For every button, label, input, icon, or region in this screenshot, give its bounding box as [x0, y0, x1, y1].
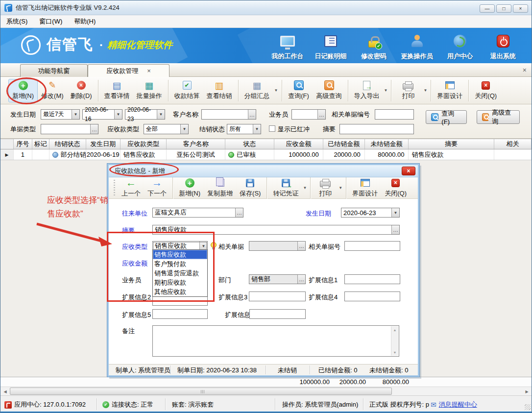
view-detail-button[interactable]: ▤ 查看详情	[101, 79, 133, 102]
ellipsis-icon[interactable]: …	[235, 208, 243, 217]
import-export-caret-icon[interactable]: ▼	[384, 88, 388, 93]
ext2-input[interactable]	[152, 296, 208, 306]
ui-design-button[interactable]: 界面设计	[434, 79, 466, 102]
ext1-input[interactable]	[344, 274, 400, 284]
add-button[interactable]: + 新增(N)	[8, 79, 38, 102]
close-tab-button[interactable]: × 关闭(Q)	[471, 79, 500, 102]
print-caret-icon[interactable]: ▼	[423, 88, 427, 93]
group-summary-caret-icon[interactable]: ▼	[274, 88, 278, 93]
dropdown-option-sales-return-refund[interactable]: 销售退货应退款	[153, 268, 207, 278]
caret-down-icon[interactable]: ▼	[157, 110, 165, 119]
table-row[interactable]: ▶ 1 部分结销 2020-06-19 销售应收款 亚拓公司测试 已审核 100…	[0, 149, 532, 160]
dept-input[interactable]: 销售部 …	[249, 274, 306, 284]
menu-system[interactable]: 系统(S)	[0, 15, 33, 28]
related-no-input[interactable]	[375, 109, 414, 120]
post-voucher-button[interactable]: → 转记凭证	[269, 178, 302, 198]
caret-down-icon[interactable]: ▼	[114, 110, 122, 119]
menu-window[interactable]: 窗口(W)	[33, 15, 68, 28]
date-from-select[interactable]: 2020-06-16 ▼	[82, 109, 122, 120]
resize-grip[interactable]	[525, 404, 531, 410]
nav-my-workbench[interactable]: 我的工作台	[266, 32, 309, 61]
ellipsis-icon[interactable]: …	[297, 242, 305, 250]
ext5-input[interactable]	[152, 309, 208, 319]
nav-change-password[interactable]: ✔ 修改密码	[352, 32, 395, 61]
caret-down-icon[interactable]: ▼	[180, 124, 188, 134]
header-seq[interactable]: 序号	[14, 139, 32, 149]
ellipsis-icon[interactable]: …	[391, 225, 399, 234]
header-related[interactable]: 相关	[494, 139, 532, 149]
menu-help[interactable]: 帮助(H)	[68, 15, 101, 28]
message-center-link[interactable]: 消息提醒中心	[439, 400, 477, 409]
dialog-ui-design-button[interactable]: 界面设计	[349, 178, 381, 198]
copy-add-button[interactable]: 复制新增	[204, 178, 236, 198]
horizontal-scrollbar[interactable]: ◀ ▶	[0, 387, 532, 395]
nav-switch-operator[interactable]: 更换操作员	[395, 32, 438, 61]
delete-button[interactable]: × 删除(D)	[67, 79, 96, 102]
scroll-left-icon[interactable]: ◀	[1, 388, 9, 395]
caret-down-icon[interactable]: ▼	[253, 124, 261, 134]
header-amount[interactable]: 应收金额	[274, 139, 323, 149]
salesman-input[interactable]: …	[291, 109, 326, 120]
note-scrollbar[interactable]: ▲ ▼	[391, 326, 398, 356]
dialog-print-caret-icon[interactable]: ▼	[339, 186, 342, 190]
date-range-select[interactable]: 最近7天 ▼	[41, 109, 80, 120]
doc-type-input[interactable]: …	[41, 124, 98, 134]
dialog-print-button[interactable]: 打印	[313, 178, 338, 198]
caret-down-icon[interactable]: ▼	[72, 110, 79, 119]
import-export-button[interactable]: → 导入导出	[351, 79, 383, 102]
view-settlement-button[interactable]: ▥ 查看结销	[203, 79, 236, 102]
batch-operation-button[interactable]: ▦ 批量操作	[133, 79, 166, 102]
dropdown-option-customer-prepay[interactable]: 客户预付款	[153, 259, 207, 268]
advanced-query-submit-button[interactable]: 高级查询	[477, 110, 520, 124]
ellipsis-icon[interactable]: …	[90, 124, 98, 134]
dropdown-option-sales-receivable[interactable]: 销售应收款	[153, 250, 207, 259]
ellipsis-icon[interactable]: …	[248, 110, 256, 119]
next-button[interactable]: → 下一个	[144, 178, 170, 198]
dlg-summary-input[interactable]: 销售应收款 …	[152, 225, 400, 235]
tab-close-icon[interactable]: ×	[147, 67, 151, 74]
caret-down-icon[interactable]: ▼	[391, 208, 399, 217]
settle-status-select[interactable]: 所有 ▼	[227, 124, 261, 134]
tabstrip-close-icon[interactable]: ×	[523, 66, 527, 74]
customer-input[interactable]: …	[201, 109, 256, 120]
scroll-down-icon[interactable]: ▼	[391, 349, 398, 356]
previous-button[interactable]: ← 上一个	[118, 178, 144, 198]
dialog-close-tool-button[interactable]: × 关闭(Q)	[381, 178, 410, 198]
summary-filter-input[interactable]	[339, 124, 414, 134]
header-recv-type[interactable]: 应收款类型	[121, 139, 167, 149]
query-submit-button[interactable]: 查询(F)	[426, 110, 467, 124]
scroll-up-icon[interactable]: ▲	[391, 326, 398, 333]
dialog-add-button[interactable]: + 新增(N)	[175, 178, 204, 198]
occur-date-select[interactable]: 2020-06-23 ▼	[341, 208, 400, 218]
tab-function-nav[interactable]: 功能导航窗	[20, 64, 88, 77]
header-summary[interactable]: 摘要	[409, 139, 494, 149]
ext6-input[interactable]	[249, 309, 306, 319]
nav-journal-detail[interactable]: 日记账明细	[309, 32, 352, 61]
save-button[interactable]: 保存(S)	[236, 178, 264, 198]
partner-input[interactable]: 蓝猫文具店 …	[152, 208, 243, 218]
nav-exit-system[interactable]: 退出系统	[482, 32, 525, 61]
header-unsettled[interactable]: 未结销金额	[365, 139, 409, 149]
related-no-input[interactable]	[344, 241, 400, 251]
ellipsis-icon[interactable]: …	[297, 275, 305, 284]
post-voucher-caret-icon[interactable]: ▼	[303, 186, 307, 190]
minimize-button[interactable]: —	[480, 4, 495, 13]
advanced-query-button[interactable]: 高级查询	[313, 79, 345, 102]
edit-button[interactable]: ✎ 修改(M)	[38, 79, 67, 102]
nav-user-center[interactable]: 用户中心	[438, 32, 482, 61]
dialog-close-button[interactable]: ×	[402, 167, 415, 175]
date-to-select[interactable]: 2020-06-23 ▼	[125, 109, 165, 120]
tab-receivables-management[interactable]: 应收款管理 ×	[88, 64, 169, 77]
close-button[interactable]: ×	[513, 4, 528, 13]
dropdown-option-other-receivable[interactable]: 其他应收款	[153, 287, 207, 296]
show-reversed-checkbox[interactable]	[269, 125, 275, 132]
scrollbar-thumb[interactable]	[10, 388, 392, 395]
ellipsis-icon[interactable]: …	[317, 110, 325, 119]
query-button[interactable]: 查询(F)	[285, 79, 313, 102]
note-textarea[interactable]: ▲ ▼	[152, 325, 399, 357]
header-settle-status[interactable]: 结销状态	[49, 139, 86, 149]
ext4-input[interactable]	[344, 292, 400, 301]
print-button[interactable]: 打印	[394, 79, 422, 102]
header-customer[interactable]: 客户名称	[167, 139, 225, 149]
group-summary-button[interactable]: ▦ 分组汇总	[241, 79, 273, 102]
